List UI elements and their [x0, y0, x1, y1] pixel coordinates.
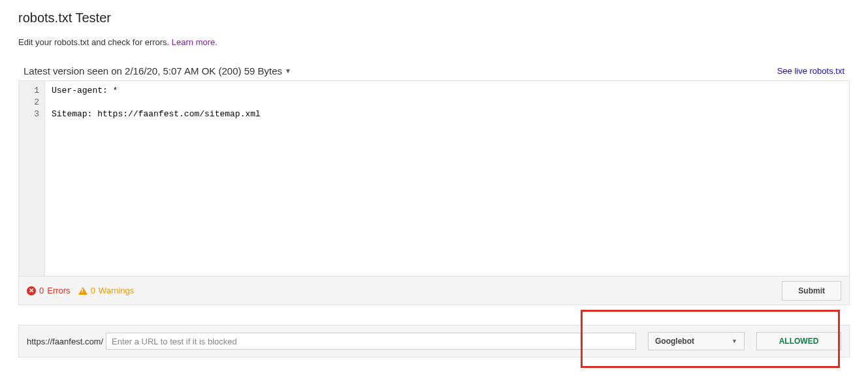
code-line: Sitemap: https://faanfest.com/sitemap.xm… — [52, 108, 843, 120]
submit-button[interactable]: Submit — [782, 281, 841, 301]
editor-wrapper: 1 2 3 User-agent: * Sitemap: https://faa… — [18, 80, 850, 305]
warning-icon — [78, 287, 88, 295]
line-number: 3 — [19, 108, 44, 120]
caret-down-icon: ▼ — [285, 67, 291, 75]
intro-copy: Edit your robots.txt and check for error… — [18, 37, 172, 47]
code-line: User-agent: * — [52, 85, 843, 97]
editor-gutter: 1 2 3 — [19, 81, 45, 276]
caret-down-icon: ▼ — [731, 338, 737, 344]
errors-count: 0 — [39, 286, 44, 295]
warnings-count: 0 — [91, 286, 95, 295]
url-prefix: https://faanfest.com/ — [27, 337, 106, 346]
code-editor[interactable]: 1 2 3 User-agent: * Sitemap: https://faa… — [19, 81, 849, 276]
status-bar: ✕ 0 Errors 0 Warnings Submit — [19, 276, 849, 305]
code-content[interactable]: User-agent: * Sitemap: https://faanfest.… — [45, 81, 849, 276]
line-number: 2 — [19, 97, 44, 108]
version-label: Latest version seen on 2/16/20, 5:07 AM … — [24, 65, 282, 76]
page-title: robots.txt Tester — [18, 10, 850, 25]
learn-more-link[interactable]: Learn more. — [172, 37, 217, 47]
version-dropdown[interactable]: Latest version seen on 2/16/20, 5:07 AM … — [24, 65, 291, 76]
url-test-bar: https://faanfest.com/ Googlebot ▼ ALLOWE… — [18, 325, 850, 358]
code-line — [52, 97, 843, 108]
errors-badge: ✕ 0 Errors — [27, 286, 71, 295]
status-left: ✕ 0 Errors 0 Warnings — [27, 286, 134, 295]
errors-label: Errors — [47, 286, 70, 295]
bot-selected-label: Googlebot — [655, 337, 694, 346]
line-number: 1 — [19, 85, 44, 97]
intro-text: Edit your robots.txt and check for error… — [18, 37, 850, 47]
url-input[interactable] — [106, 333, 636, 350]
test-result-button[interactable]: ALLOWED — [756, 332, 841, 350]
version-bar: Latest version seen on 2/16/20, 5:07 AM … — [18, 65, 850, 76]
warnings-badge: 0 Warnings — [78, 286, 135, 295]
see-live-robots-link[interactable]: See live robots.txt — [777, 66, 844, 76]
bot-select[interactable]: Googlebot ▼ — [648, 332, 745, 350]
warnings-label: Warnings — [99, 286, 134, 295]
error-icon: ✕ — [27, 286, 36, 295]
